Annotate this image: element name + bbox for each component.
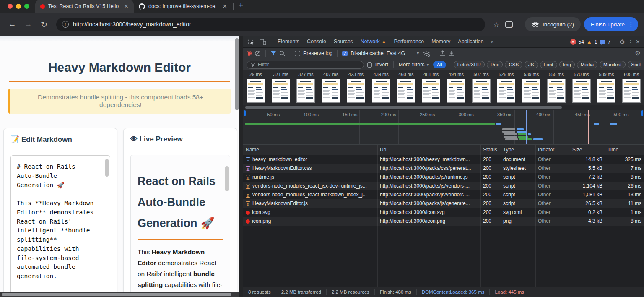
filmstrip-frame[interactable]: 526 ms [494, 70, 519, 105]
request-type-pill-css[interactable]: CSS [505, 61, 522, 68]
browser-tab-1[interactable]: Test React On Rails V15 Hello✕ [35, 0, 134, 13]
devtools-tab-application[interactable]: Application [454, 36, 487, 47]
filmstrip-frame[interactable]: 507 ms [469, 70, 494, 105]
inspect-element-icon[interactable] [246, 37, 257, 47]
textarea-scrollbar[interactable] [105, 159, 109, 177]
devtools-menu-icon[interactable]: ⋮ [628, 39, 634, 45]
filmstrip-thumbnail[interactable] [272, 79, 290, 103]
table-row[interactable]: ≡heavy_markdown_editorhttp://localhost:3… [243, 155, 644, 164]
column-header-time[interactable]: Time [605, 145, 644, 155]
devtools-tab-memory[interactable]: Memory [428, 36, 454, 47]
filmstrip-frame[interactable]: 371 ms [268, 70, 293, 105]
table-row[interactable]: ()vendors-node_modules_react-markdown_in… [243, 190, 644, 199]
new-tab-button[interactable]: + [234, 1, 248, 13]
filmstrip-thumbnail[interactable] [447, 79, 465, 103]
warning-count-icon[interactable]: ▲ [587, 39, 592, 45]
overview-right-handle[interactable] [641, 110, 643, 116]
request-type-pill-doc[interactable]: Doc [487, 61, 503, 68]
address-bar[interactable]: i http://localhost:3000/heavy_markdown_e… [56, 18, 485, 31]
devtools-tab-sources[interactable]: Sources [330, 36, 357, 47]
request-type-pill-media[interactable]: Media [577, 61, 597, 68]
warning-count[interactable]: 1 [595, 39, 597, 45]
filmstrip-scrollbar[interactable] [243, 105, 644, 110]
request-type-pill-manifest[interactable]: Manifest [600, 61, 625, 68]
filmstrip-frame[interactable]: 377 ms [293, 70, 319, 105]
clear-icon[interactable] [254, 50, 261, 57]
incognito-badge[interactable]: Incognito (2) [525, 17, 581, 31]
filmstrip-thumbnail[interactable] [572, 79, 591, 103]
filmstrip-thumbnail[interactable] [372, 79, 390, 103]
filmstrip-frame[interactable]: 423 ms [343, 70, 369, 105]
disable-cache-checkbox[interactable]: ✓ [342, 51, 348, 56]
issues-icon[interactable] [600, 40, 605, 44]
network-settings-icon[interactable]: ⚙ [635, 50, 641, 57]
reload-icon[interactable]: ↻ [38, 20, 50, 29]
filmstrip-thumbnail[interactable] [622, 79, 641, 103]
invert-checkbox[interactable] [367, 62, 372, 68]
filmstrip-frame[interactable]: 494 ms [444, 70, 469, 105]
throttling-dropdown[interactable]: Fast 4G ▼ [387, 50, 420, 56]
search-icon[interactable] [279, 50, 285, 56]
page-horizontal-scrollbar-thumb[interactable] [2, 293, 231, 296]
column-header-url[interactable]: Url [377, 145, 480, 155]
bookmark-star-icon[interactable]: ☆ [491, 21, 502, 29]
column-header-status[interactable]: Status [480, 145, 501, 155]
export-har-icon[interactable] [449, 50, 454, 57]
table-row[interactable]: icon.svghttp://localhost:3000/icon.svg20… [243, 208, 644, 217]
close-window-button[interactable] [8, 4, 13, 9]
finish-update-button[interactable]: Finish update ⋮ [584, 17, 638, 31]
filmstrip-thumbnail[interactable] [547, 79, 566, 103]
overview-left-handle[interactable] [244, 110, 246, 116]
filmstrip-frame[interactable]: 481 ms [418, 70, 444, 105]
table-row[interactable]: ()vendors-node_modules_react_jsx-dev-run… [243, 182, 644, 190]
site-info-icon[interactable]: i [62, 21, 69, 28]
request-type-pill-js[interactable]: JS [525, 61, 538, 68]
browser-tab-2[interactable]: docs: Improve file-system-ba✕ [134, 0, 232, 13]
request-type-pill-font[interactable]: Font [540, 61, 557, 68]
record-icon[interactable] [247, 51, 252, 56]
column-header-name[interactable]: Name [243, 145, 377, 155]
tab-close-icon[interactable]: ✕ [221, 3, 228, 10]
url-text[interactable]: http://localhost:3000/heavy_markdown_edi… [73, 21, 191, 28]
table-row[interactable]: ()runtime.jshttp://localhost:3000/packs/… [243, 173, 644, 182]
page-vertical-scrollbar[interactable] [235, 38, 239, 110]
markdown-textarea[interactable]: # React on Rails Auto-Bundle Generation … [10, 155, 110, 297]
devtools-tab-performance[interactable]: Performance [390, 36, 428, 47]
device-toolbar-icon[interactable] [257, 37, 268, 47]
preserve-log-label[interactable]: Preserve log [303, 50, 332, 56]
table-row[interactable]: {}HeavyMarkdownEditor.csshttp://localhos… [243, 164, 644, 173]
import-har-icon[interactable] [440, 50, 446, 57]
filmstrip-thumbnail[interactable] [296, 79, 315, 103]
back-icon[interactable]: ← [6, 20, 18, 29]
filmstrip-frame[interactable]: 407 ms [318, 70, 343, 105]
update-menu-icon[interactable]: ⋮ [628, 21, 634, 28]
network-overview-timeline[interactable]: 50 ms100 ms150 ms200 ms250 ms300 ms350 m… [243, 110, 644, 145]
preview-scrollbar[interactable] [225, 166, 229, 191]
filmstrip-thumbnail[interactable] [397, 79, 415, 103]
filmstrip-frame[interactable]: 555 ms [544, 70, 569, 105]
devtools-divider[interactable] [239, 36, 243, 297]
request-type-pill-socket[interactable]: Socket [628, 61, 641, 68]
filmstrip-frame[interactable]: 570 ms [569, 70, 594, 105]
table-row[interactable]: icon.pnghttp://localhost:3000/icon.png20… [243, 217, 644, 226]
filmstrip-thumbnail[interactable] [347, 79, 365, 103]
filmstrip-frame[interactable]: 29 ms [243, 70, 268, 105]
request-type-pill-fetchxhr[interactable]: Fetch/XHR [454, 61, 485, 68]
invert-label[interactable]: Invert [375, 62, 388, 68]
more-filters-dropdown[interactable]: More filters ▼ [399, 62, 430, 68]
tab-search-icon[interactable] [505, 21, 513, 28]
more-panels-icon[interactable]: » [488, 39, 496, 45]
filmstrip-frame[interactable]: 439 ms [369, 70, 394, 105]
column-header-initiator[interactable]: Initiator [535, 145, 570, 155]
devtools-settings-icon[interactable]: ⚙ [619, 38, 625, 46]
request-type-pill-all[interactable]: All [433, 61, 446, 68]
filmstrip-scrollbar-thumb[interactable] [245, 106, 562, 109]
maximize-window-button[interactable] [24, 4, 29, 9]
filmstrip-thumbnail[interactable] [322, 79, 340, 103]
filmstrip-thumbnail[interactable] [422, 79, 440, 103]
minimize-window-button[interactable] [16, 4, 21, 9]
filmstrip-frame[interactable]: 539 ms [519, 70, 544, 105]
disable-cache-label[interactable]: Disable cache [351, 50, 384, 56]
issues-count[interactable]: 7 [608, 39, 611, 45]
error-count[interactable]: 54 [579, 39, 584, 45]
